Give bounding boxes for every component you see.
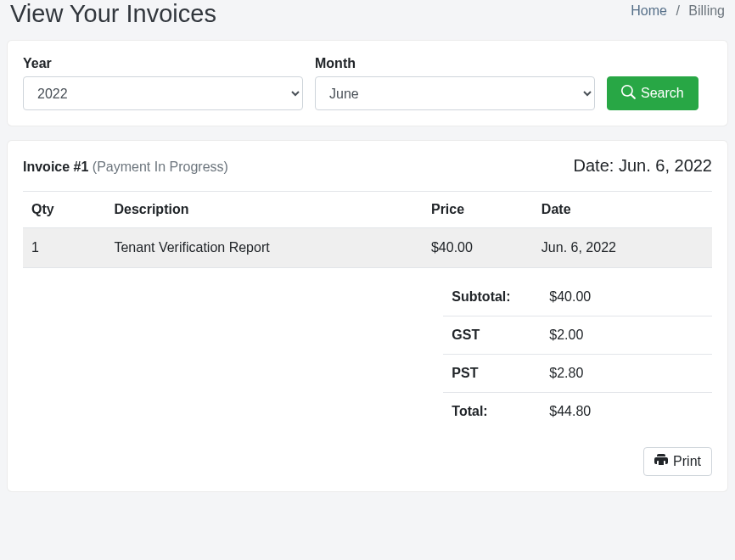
cell-price: $40.00 [423,228,533,268]
breadcrumb-current: Billing [688,3,725,18]
invoice-title: Invoice #1 (Payment In Progress) [23,160,228,175]
search-button-label: Search [641,86,684,101]
totals-pst: PST $2.80 [443,355,712,393]
print-button-label: Print [673,454,701,469]
cell-date: Jun. 6, 2022 [533,228,712,268]
cell-description: Tenant Verification Report [105,228,423,268]
invoice-status: (Payment In Progress) [93,160,228,174]
year-label: Year [23,56,303,71]
print-button[interactable]: Print [643,447,712,476]
filter-card: Year 2022 Month June Search [7,40,728,126]
year-select[interactable]: 2022 [23,76,303,110]
page-title: View Your Invoices [10,0,216,28]
table-row: 1 Tenant Verification Report $40.00 Jun.… [23,228,712,268]
cell-qty: 1 [23,228,105,268]
col-price: Price [423,192,533,228]
col-qty: Qty [23,192,105,228]
invoice-card: Invoice #1 (Payment In Progress) Date: J… [7,140,728,492]
search-button[interactable]: Search [607,76,699,110]
col-description: Description [105,192,423,228]
totals: Subtotal: $40.00 GST $2.00 PST $2.80 Tot… [443,278,712,430]
month-select[interactable]: June [315,76,595,110]
print-icon [654,453,668,470]
col-date: Date [533,192,712,228]
breadcrumb-home[interactable]: Home [631,3,667,18]
totals-gst: GST $2.00 [443,316,712,355]
breadcrumb-separator: / [670,3,684,18]
search-icon [621,85,636,103]
totals-total: Total: $44.80 [443,393,712,430]
breadcrumb: Home / Billing [631,0,725,19]
invoice-date: Date: Jun. 6, 2022 [574,156,712,176]
totals-subtotal: Subtotal: $40.00 [443,278,712,316]
month-label: Month [315,56,595,71]
invoice-table: Qty Description Price Date 1 Tenant Veri… [23,192,712,268]
